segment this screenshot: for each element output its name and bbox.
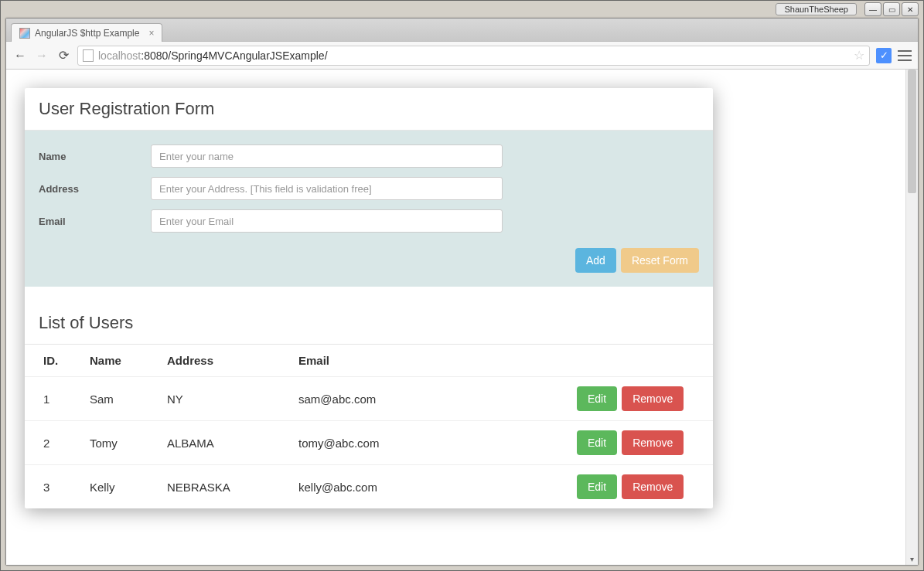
cell-email: kelly@abc.com — [280, 465, 558, 509]
tab-close-icon[interactable]: × — [148, 28, 154, 39]
os-username: ShaunTheSheep — [776, 3, 857, 15]
col-address: Address — [148, 345, 280, 377]
browser-toolbar: ← → ⟳ localhost:8080/Spring4MVCAngularJS… — [6, 42, 918, 70]
cell-email: sam@abc.com — [280, 377, 558, 421]
tab-favicon-icon — [19, 28, 30, 39]
menu-icon[interactable] — [898, 50, 912, 61]
cell-address: NY — [148, 377, 280, 421]
scrollbar-thumb[interactable] — [908, 70, 916, 193]
registration-form: Name Address Email Add — [25, 131, 713, 287]
form-panel-title: User Registration Form — [25, 88, 713, 131]
name-input[interactable] — [151, 144, 503, 168]
page-icon — [83, 49, 94, 62]
cell-address: ALBAMA — [148, 421, 280, 465]
remove-button[interactable]: Remove — [622, 386, 684, 411]
cell-name: Sam — [71, 377, 148, 421]
list-panel-title: List of Users — [25, 302, 713, 345]
os-titlebar: ShaunTheSheep — ▭ ✕ — [776, 2, 919, 16]
browser-tab[interactable]: AngularJS $http Example × — [11, 23, 162, 42]
address-bar[interactable]: localhost:8080/Spring4MVCAngularJSExampl… — [77, 46, 870, 66]
tab-title: AngularJS $http Example — [35, 28, 139, 39]
edit-button[interactable]: Edit — [577, 386, 617, 411]
main-card: User Registration Form Name Address Emai… — [25, 88, 713, 508]
col-name: Name — [71, 345, 148, 377]
col-email: Email — [280, 345, 558, 377]
edit-button[interactable]: Edit — [577, 474, 617, 499]
extension-icon[interactable]: ✓ — [876, 48, 892, 63]
vertical-scrollbar[interactable]: ▾ — [905, 70, 918, 565]
cell-id: 3 — [25, 465, 71, 509]
tab-strip: AngularJS $http Example × — [6, 19, 918, 42]
add-button[interactable]: Add — [575, 248, 616, 273]
browser-window: AngularJS $http Example × ← → ⟳ localhos… — [5, 18, 919, 566]
cell-id: 1 — [25, 377, 71, 421]
back-button[interactable]: ← — [12, 48, 28, 63]
scroll-down-arrow-icon[interactable]: ▾ — [906, 555, 918, 563]
email-input[interactable] — [151, 209, 503, 233]
reset-form-button[interactable]: Reset Form — [621, 248, 699, 273]
users-list-panel: List of Users ID. Name Address Email — [25, 302, 713, 508]
cell-address: NEBRASKA — [148, 465, 280, 509]
window-minimize-button[interactable]: — — [864, 2, 881, 16]
os-window: ShaunTheSheep — ▭ ✕ AngularJS $http Exam… — [0, 0, 924, 571]
col-id: ID. — [25, 345, 71, 377]
users-table: ID. Name Address Email 1SamNYsam@abc.com… — [25, 345, 713, 508]
forward-button[interactable]: → — [34, 48, 49, 63]
address-input[interactable] — [151, 177, 503, 200]
cell-name: Kelly — [71, 465, 148, 509]
address-label: Address — [39, 183, 151, 195]
table-row: 3KellyNEBRASKAkelly@abc.comEditRemove — [25, 465, 713, 509]
table-row: 2TomyALBAMAtomy@abc.comEditRemove — [25, 421, 713, 465]
bookmark-star-icon[interactable]: ☆ — [854, 48, 864, 63]
page-viewport: ▾ User Registration Form Name Address — [6, 70, 918, 565]
url-text: localhost:8080/Spring4MVCAngularJSExampl… — [98, 49, 328, 62]
email-label: Email — [39, 216, 151, 227]
edit-button[interactable]: Edit — [577, 430, 617, 455]
remove-button[interactable]: Remove — [622, 430, 684, 455]
name-label: Name — [39, 151, 151, 162]
window-maximize-button[interactable]: ▭ — [883, 2, 900, 16]
cell-email: tomy@abc.com — [280, 421, 558, 465]
remove-button[interactable]: Remove — [622, 474, 684, 499]
reload-button[interactable]: ⟳ — [56, 48, 71, 63]
window-close-button[interactable]: ✕ — [902, 2, 919, 16]
cell-id: 2 — [25, 421, 71, 465]
cell-name: Tomy — [71, 421, 148, 465]
table-row: 1SamNYsam@abc.comEditRemove — [25, 377, 713, 421]
